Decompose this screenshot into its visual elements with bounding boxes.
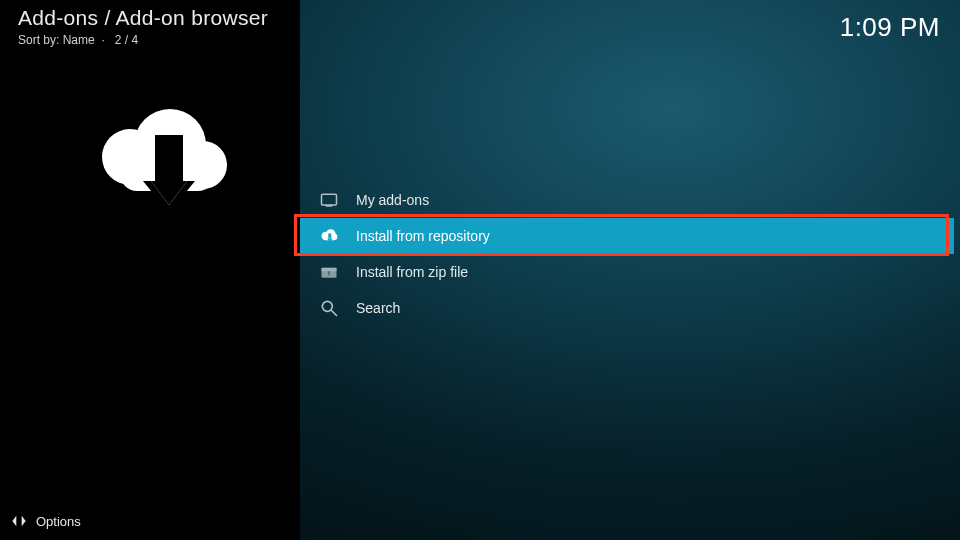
menu-item-install-from-zip[interactable]: Install from zip file [300, 254, 954, 290]
svg-rect-12 [326, 205, 333, 207]
menu-item-label: My add-ons [356, 192, 429, 208]
sort-line: Sort by: Name · 2 / 4 [18, 33, 138, 47]
cloud-download-large-icon [75, 95, 235, 235]
cloud-download-icon [318, 225, 340, 247]
menu-item-label: Install from repository [356, 228, 490, 244]
svg-line-23 [332, 311, 337, 316]
svg-marker-24 [12, 516, 16, 527]
sort-label: Sort by: [18, 33, 59, 47]
menu-item-label: Search [356, 300, 400, 316]
menu-item-label: Install from zip file [356, 264, 468, 280]
options-icon [10, 512, 28, 530]
svg-rect-8 [161, 141, 177, 181]
sort-separator: · [98, 33, 111, 47]
svg-marker-25 [22, 516, 26, 527]
footer-options-label: Options [36, 514, 81, 529]
list-position: 2 / 4 [115, 33, 138, 47]
menu-item-search[interactable]: Search [300, 290, 954, 326]
menu-item-my-addons[interactable]: My add-ons [300, 182, 954, 218]
menu-list: My add-ons Install from repository [300, 182, 954, 326]
footer-options[interactable]: Options [10, 512, 81, 530]
addons-icon [318, 189, 340, 211]
svg-rect-17 [328, 234, 331, 239]
clock: 1:09 PM [840, 12, 940, 43]
screen: Add-ons / Add-on browser Sort by: Name ·… [0, 0, 960, 540]
sort-value: Name [63, 33, 95, 47]
sidebar: Add-ons / Add-on browser Sort by: Name ·… [0, 0, 300, 540]
svg-rect-11 [322, 194, 337, 205]
zip-icon [318, 261, 340, 283]
svg-point-22 [322, 301, 332, 311]
svg-rect-21 [328, 271, 330, 275]
search-icon [318, 297, 340, 319]
svg-rect-20 [322, 268, 337, 271]
menu-item-install-from-repository[interactable]: Install from repository [300, 218, 954, 254]
breadcrumb: Add-ons / Add-on browser [18, 6, 268, 30]
